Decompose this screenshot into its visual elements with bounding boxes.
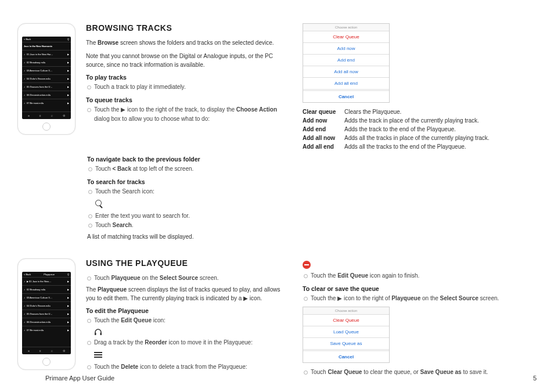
subhead-search: To search for tracks — [87, 178, 287, 185]
definition-row: Clear queueClears the Playqueue. — [303, 107, 537, 116]
page-footer: Primare App User Guide 5 — [45, 375, 537, 382]
play-step: Touch a track to play it immediately. — [86, 82, 286, 92]
popup-option[interactable]: Add now — [303, 42, 389, 54]
search-step1: Touch the Search icon: — [87, 187, 287, 196]
popup-option[interactable]: Add end — [303, 54, 389, 66]
popup-option[interactable]: Add all end — [303, 77, 389, 89]
subhead-queue: To queue tracks — [86, 96, 286, 103]
section-playqueue: < BackPlayqueueQ ♪▶ 01 Jazz in the New…▶… — [17, 258, 537, 379]
search-tail: A list of matching tracks will be displa… — [87, 232, 287, 241]
phone-back: < Back — [24, 38, 31, 41]
edit-queue-icon — [94, 329, 102, 337]
navback-step: Touch < Back at top left of the screen. — [87, 164, 287, 174]
clear-save-popup: Choose action Clear QueueLoad QueueSave … — [303, 307, 390, 363]
browse-note: Note that you cannot browse on the Digit… — [86, 52, 286, 69]
queue-step: Touch the ▶ icon to the right of the tra… — [86, 105, 286, 124]
delete-step: Touch the Delete icon to delete a track … — [86, 362, 286, 372]
footer-page: 5 — [533, 375, 537, 382]
play-icon: ▶ — [243, 295, 248, 301]
definition-row: Add all endAdds all the tracks to the en… — [303, 142, 537, 151]
phone-mock-playqueue: < BackPlayqueueQ ♪▶ 01 Jazz in the New…▶… — [17, 258, 75, 370]
svg-rect-1 — [100, 333, 102, 335]
popup-cancel[interactable]: Cancel — [303, 89, 389, 102]
popup-option[interactable]: Clear Queue — [303, 31, 389, 42]
phone-mock-browse: < BackQ Jazz in the New Harmonic ♪01 Jaz… — [17, 23, 75, 135]
search-step3: Touch Search. — [87, 221, 287, 230]
popup-option[interactable]: Load Queue — [303, 326, 389, 337]
play-icon: ▶ — [337, 295, 342, 301]
browse-intro: The Browse screen shows the folders and … — [86, 38, 286, 47]
popup-title: Choose action — [303, 24, 389, 31]
popup-option[interactable]: Clear Queue — [303, 314, 389, 326]
definition-row: Add nowAdds the track in place of the cu… — [303, 116, 537, 125]
play-icon: ▶ — [121, 106, 125, 113]
finish-step: Touch the Edit Queue icon again to finis… — [303, 271, 537, 280]
clearsave-step: Touch the ▶ icon to the right of Playque… — [303, 294, 537, 303]
popup-cancel[interactable]: Cancel — [303, 349, 389, 362]
pq-desc: The Playqueue screen displays the list o… — [86, 285, 286, 303]
phone-title: Jazz in the New Harmonic — [22, 42, 71, 50]
search-icon — [95, 200, 103, 208]
action-definitions: Clear queueClears the Playqueue.Add nowA… — [303, 107, 537, 151]
editpq-step: Touch the Edit Queue icon: — [86, 316, 286, 325]
reorder-step: Drag a track by the Reorder icon to move… — [86, 338, 286, 347]
definition-row: Add endAdds the track to the end of the … — [303, 125, 537, 134]
svg-rect-0 — [95, 333, 96, 335]
section-browsing: < BackQ Jazz in the New Harmonic ♪01 Jaz… — [17, 23, 537, 241]
subhead-editpq: To edit the Playqueue — [86, 307, 286, 314]
subhead-clearsave: To clear or save the queue — [303, 285, 537, 292]
footer-title: Primare App User Guide — [45, 375, 114, 382]
subhead-navback: To navigate back to the previous folder — [87, 156, 287, 163]
popup-option[interactable]: Save Queue as — [303, 337, 389, 349]
heading-browsing: BROWSING TRACKS — [86, 23, 286, 33]
phone-back: < Back — [24, 273, 31, 276]
popup-option[interactable]: Add all now — [303, 66, 389, 77]
search-step2: Enter the text you want to search for. — [87, 211, 287, 221]
popup-title: Choose action — [303, 307, 389, 314]
delete-icon — [303, 261, 311, 269]
heading-playqueue: USING THE PLAYQUEUE — [86, 258, 286, 268]
subhead-play: To play tracks — [86, 74, 286, 81]
reorder-icon — [94, 351, 102, 359]
pq-open-step: Touch Playqueue on the Select Source scr… — [86, 274, 286, 283]
definition-row: Add all nowAdds all the tracks in place … — [303, 134, 537, 142]
choose-action-popup: Choose action Clear QueueAdd nowAdd endA… — [303, 23, 390, 103]
